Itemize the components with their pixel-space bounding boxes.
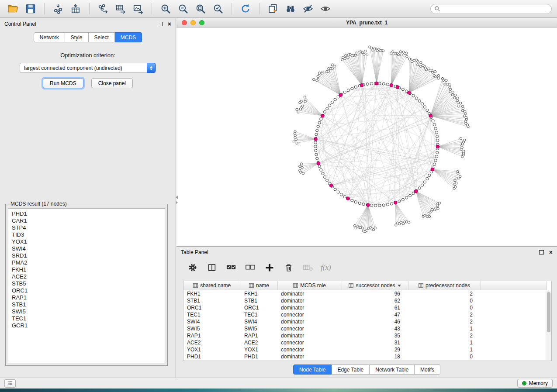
function-builder-icon: f(x) xyxy=(321,263,331,272)
mcds-result-item[interactable]: ORC1 xyxy=(12,287,165,294)
cell-name: FKH1 xyxy=(241,290,277,298)
minimize-window-icon[interactable] xyxy=(190,20,196,25)
tab-mcds[interactable]: MCDS xyxy=(115,32,142,42)
column-header-name[interactable]: name xyxy=(241,281,277,290)
table-row[interactable]: ACE2ACE2connector311 xyxy=(183,339,547,346)
run-mcds-button[interactable]: Run MCDS xyxy=(43,78,83,88)
close-window-icon[interactable] xyxy=(182,20,187,25)
mcds-result-item[interactable]: YOX1 xyxy=(12,238,165,245)
mcds-result-item[interactable]: SRD1 xyxy=(12,252,165,259)
column-header-successor-nodes[interactable]: successor nodes xyxy=(342,281,408,290)
mcds-result-item[interactable]: RAP1 xyxy=(12,294,165,301)
main-toolbar xyxy=(0,0,557,18)
tab-select[interactable]: Select xyxy=(89,32,115,42)
find-binoculars-icon xyxy=(285,3,296,14)
cell-role: dominator xyxy=(277,318,342,325)
table-row[interactable]: YOX1YOX1connector291 xyxy=(183,346,547,353)
mcds-result-item[interactable]: STB5 xyxy=(12,280,165,287)
cell-shared_name: ORC1 xyxy=(183,304,241,311)
table-row[interactable]: SWI5SWI5connector431 xyxy=(183,325,547,332)
search-field[interactable] xyxy=(430,4,552,14)
cell-pred: 2 xyxy=(408,311,481,318)
cell-filler xyxy=(481,353,547,360)
mcds-result-item[interactable]: FKH1 xyxy=(12,266,165,273)
tab-edge-table[interactable]: Edge Table xyxy=(332,364,370,375)
zoom-fit-button[interactable] xyxy=(193,2,208,16)
tab-network-table[interactable]: Network Table xyxy=(370,364,415,375)
panel-toggle-button[interactable] xyxy=(4,379,16,388)
cell-name: SWI4 xyxy=(241,318,277,325)
toolbar-separator xyxy=(152,3,152,14)
clone-network-button[interactable] xyxy=(265,2,281,16)
optimization-criterion-label: Optimization criterion: xyxy=(0,52,176,58)
add-column-button[interactable] xyxy=(263,261,276,275)
open-file-button[interactable] xyxy=(5,2,21,16)
table-settings-button[interactable] xyxy=(186,261,199,275)
zoom-out-button[interactable] xyxy=(175,2,191,16)
mcds-result-item[interactable]: PMA2 xyxy=(12,259,165,266)
toolbar-separator xyxy=(44,3,45,14)
mcds-result-item[interactable]: GCR1 xyxy=(12,322,165,329)
network-canvas[interactable] xyxy=(176,28,557,246)
export-network-button[interactable] xyxy=(95,2,111,16)
search-input[interactable] xyxy=(443,5,548,12)
table-row[interactable]: RAP1RAP1dominator352 xyxy=(183,332,547,339)
scrollbar-thumb[interactable] xyxy=(547,292,550,332)
mcds-result-item[interactable]: STB1 xyxy=(12,301,165,308)
select-all-button[interactable] xyxy=(225,261,238,275)
table-row[interactable]: ORC1ORC1dominator610 xyxy=(183,304,547,311)
splitter-toggle[interactable] xyxy=(174,196,179,207)
close-panel-icon[interactable]: × xyxy=(168,21,171,27)
tab-style[interactable]: Style xyxy=(65,32,89,42)
save-session-button[interactable] xyxy=(23,2,38,16)
mcds-result-item[interactable]: CAR1 xyxy=(12,217,165,224)
show-details-button[interactable] xyxy=(318,2,333,16)
import-network-button[interactable] xyxy=(50,2,66,16)
refresh-button[interactable] xyxy=(238,2,253,16)
cell-pred: 1 xyxy=(408,346,481,353)
column-header-shared-name[interactable]: shared name xyxy=(183,281,241,290)
close-panel-icon[interactable]: × xyxy=(549,250,553,255)
export-table-button[interactable] xyxy=(113,2,128,16)
float-panel-icon[interactable] xyxy=(158,22,163,26)
mcds-result-item[interactable]: PHD1 xyxy=(12,210,165,217)
mcds-result-list[interactable]: PHD1CAR1STP4TID3YOX1SWI4SRD1PMA2FKH1ACE2… xyxy=(8,208,165,363)
column-header-mcds-role[interactable]: MCDS role xyxy=(277,281,342,290)
mcds-result-item[interactable]: SWI4 xyxy=(12,245,165,252)
memory-button[interactable]: Memory xyxy=(517,379,553,388)
import-table-button[interactable] xyxy=(68,2,83,16)
import-network-icon xyxy=(52,3,64,14)
float-panel-icon[interactable] xyxy=(539,250,544,254)
show-details-icon xyxy=(320,3,331,14)
window-traffic-lights xyxy=(182,20,204,25)
maximize-window-icon[interactable] xyxy=(199,20,204,25)
mcds-result-item[interactable]: STP4 xyxy=(12,224,165,231)
column-layout-button[interactable] xyxy=(205,261,218,275)
mcds-result-item[interactable]: ACE2 xyxy=(12,273,165,280)
table-row[interactable]: STB1STB1dominator620 xyxy=(183,297,547,304)
export-image-icon xyxy=(132,3,144,14)
tab-motifs[interactable]: Motifs xyxy=(415,364,440,375)
zoom-in-button[interactable] xyxy=(158,2,173,16)
zoom-selected-button[interactable] xyxy=(210,2,226,16)
table-row[interactable]: TEC1TEC1connector472 xyxy=(183,311,547,318)
table-row[interactable]: SWI4SWI4dominator462 xyxy=(183,318,547,325)
table-row[interactable]: FKH1FKH1dominator962 xyxy=(183,290,547,298)
tab-node-table[interactable]: Node Table xyxy=(293,364,332,375)
criterion-dropdown[interactable]: largest connected component (undirected) xyxy=(20,63,156,73)
cell-filler xyxy=(481,325,547,332)
mcds-result-item[interactable]: TID3 xyxy=(12,231,165,238)
find-binoculars-button[interactable] xyxy=(283,2,298,16)
close-panel-button[interactable]: Close panel xyxy=(91,78,133,88)
network-window-titlebar[interactable]: YPA_prune.txt_1 xyxy=(176,18,557,28)
deselect-all-button[interactable] xyxy=(244,261,257,275)
tab-network[interactable]: Network xyxy=(34,32,65,42)
column-header-predecessor-nodes[interactable]: predecessor nodes xyxy=(408,281,481,290)
table-row[interactable]: PHD1PHD1dominator180 xyxy=(183,353,547,360)
mcds-result-item[interactable]: SWI5 xyxy=(12,308,165,315)
table-scrollbar[interactable] xyxy=(546,291,551,360)
delete-column-button[interactable] xyxy=(282,261,295,275)
hide-details-button[interactable] xyxy=(300,2,316,16)
export-image-button[interactable] xyxy=(130,2,146,16)
mcds-result-item[interactable]: TEC1 xyxy=(12,315,165,322)
